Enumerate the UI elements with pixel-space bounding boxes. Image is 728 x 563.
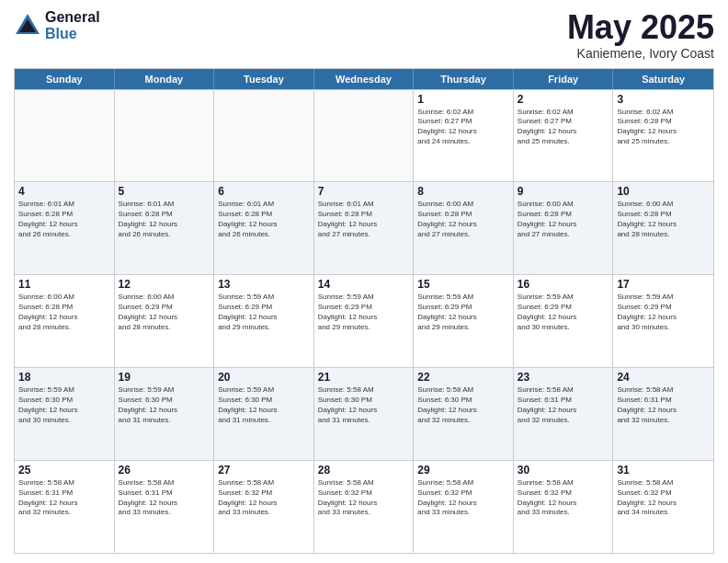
cal-cell-empty xyxy=(214,90,314,182)
cal-cell-1: 1Sunrise: 6:02 AMSunset: 6:27 PMDaylight… xyxy=(414,90,514,182)
cal-cell-4: 4Sunrise: 6:01 AMSunset: 6:28 PMDaylight… xyxy=(15,182,115,274)
cell-info: Sunrise: 6:01 AMSunset: 6:28 PMDaylight:… xyxy=(18,200,110,239)
day-number: 7 xyxy=(318,185,410,198)
day-number: 6 xyxy=(218,185,310,198)
month-title: May 2025 xyxy=(567,9,714,46)
day-number: 14 xyxy=(318,278,410,291)
cal-cell-8: 8Sunrise: 6:00 AMSunset: 6:28 PMDaylight… xyxy=(414,182,514,274)
page: General Blue May 2025 Kaniemene, Ivory C… xyxy=(0,0,728,563)
cal-cell-21: 21Sunrise: 5:58 AMSunset: 6:30 PMDayligh… xyxy=(314,368,415,460)
day-header-tuesday: Tuesday xyxy=(214,69,314,89)
cal-cell-empty xyxy=(314,90,415,182)
cal-cell-17: 17Sunrise: 5:59 AMSunset: 6:29 PMDayligh… xyxy=(613,275,713,367)
cell-info: Sunrise: 5:59 AMSunset: 6:30 PMDaylight:… xyxy=(18,385,110,425)
cal-cell-24: 24Sunrise: 5:58 AMSunset: 6:31 PMDayligh… xyxy=(613,368,713,460)
day-number: 12 xyxy=(119,278,210,291)
cal-cell-14: 14Sunrise: 5:59 AMSunset: 6:29 PMDayligh… xyxy=(314,275,415,367)
day-number: 13 xyxy=(218,278,310,291)
day-number: 5 xyxy=(119,185,210,198)
cal-cell-27: 27Sunrise: 5:58 AMSunset: 6:32 PMDayligh… xyxy=(214,461,314,553)
logo-icon xyxy=(14,12,41,40)
cell-info: Sunrise: 6:02 AMSunset: 6:27 PMDaylight:… xyxy=(518,108,609,147)
cell-info: Sunrise: 6:02 AMSunset: 6:27 PMDaylight:… xyxy=(417,108,509,147)
cell-info: Sunrise: 5:59 AMSunset: 6:30 PMDaylight:… xyxy=(218,385,310,425)
cell-info: Sunrise: 5:59 AMSunset: 6:29 PMDaylight:… xyxy=(417,293,509,332)
cell-info: Sunrise: 5:58 AMSunset: 6:32 PMDaylight:… xyxy=(518,478,609,518)
cell-info: Sunrise: 5:58 AMSunset: 6:32 PMDaylight:… xyxy=(417,478,509,518)
day-number: 19 xyxy=(119,371,210,384)
cal-cell-19: 19Sunrise: 5:59 AMSunset: 6:30 PMDayligh… xyxy=(115,368,215,460)
day-number: 1 xyxy=(417,93,509,106)
cal-cell-31: 31Sunrise: 5:58 AMSunset: 6:32 PMDayligh… xyxy=(613,461,713,553)
cell-info: Sunrise: 5:58 AMSunset: 6:31 PMDaylight:… xyxy=(18,478,110,518)
day-number: 29 xyxy=(417,464,509,477)
cell-info: Sunrise: 5:58 AMSunset: 6:32 PMDaylight:… xyxy=(318,478,410,518)
cell-info: Sunrise: 5:58 AMSunset: 6:31 PMDaylight:… xyxy=(518,385,609,425)
day-number: 20 xyxy=(218,371,310,384)
day-number: 31 xyxy=(617,464,710,477)
week-row-4: 18Sunrise: 5:59 AMSunset: 6:30 PMDayligh… xyxy=(15,367,713,460)
day-number: 28 xyxy=(318,464,410,477)
cal-cell-2: 2Sunrise: 6:02 AMSunset: 6:27 PMDaylight… xyxy=(514,90,614,182)
cal-cell-7: 7Sunrise: 6:01 AMSunset: 6:28 PMDaylight… xyxy=(314,182,415,274)
day-number: 2 xyxy=(518,93,609,106)
week-row-5: 25Sunrise: 5:58 AMSunset: 6:31 PMDayligh… xyxy=(15,460,713,553)
cal-cell-18: 18Sunrise: 5:59 AMSunset: 6:30 PMDayligh… xyxy=(15,368,115,460)
calendar-header: SundayMondayTuesdayWednesdayThursdayFrid… xyxy=(15,69,713,89)
cell-info: Sunrise: 6:02 AMSunset: 6:28 PMDaylight:… xyxy=(617,108,710,147)
cal-cell-5: 5Sunrise: 6:01 AMSunset: 6:28 PMDaylight… xyxy=(115,182,215,274)
cell-info: Sunrise: 5:58 AMSunset: 6:32 PMDaylight:… xyxy=(218,478,310,518)
cell-info: Sunrise: 6:00 AMSunset: 6:28 PMDaylight:… xyxy=(518,200,609,239)
logo-blue: Blue xyxy=(45,26,100,42)
cal-cell-10: 10Sunrise: 6:00 AMSunset: 6:28 PMDayligh… xyxy=(613,182,713,274)
day-number: 27 xyxy=(218,464,310,477)
cal-cell-25: 25Sunrise: 5:58 AMSunset: 6:31 PMDayligh… xyxy=(15,461,115,553)
cell-info: Sunrise: 5:59 AMSunset: 6:29 PMDaylight:… xyxy=(518,293,609,332)
cal-cell-23: 23Sunrise: 5:58 AMSunset: 6:31 PMDayligh… xyxy=(514,368,614,460)
cell-info: Sunrise: 5:58 AMSunset: 6:31 PMDaylight:… xyxy=(119,478,210,518)
logo-general: General xyxy=(45,9,100,26)
cal-cell-13: 13Sunrise: 5:59 AMSunset: 6:29 PMDayligh… xyxy=(214,275,314,367)
cell-info: Sunrise: 5:58 AMSunset: 6:30 PMDaylight:… xyxy=(417,385,509,425)
day-number: 8 xyxy=(417,185,509,198)
cal-cell-26: 26Sunrise: 5:58 AMSunset: 6:31 PMDayligh… xyxy=(115,461,215,553)
day-header-saturday: Saturday xyxy=(613,69,713,89)
week-row-3: 11Sunrise: 6:00 AMSunset: 6:28 PMDayligh… xyxy=(15,274,713,367)
day-number: 3 xyxy=(617,93,710,106)
day-number: 30 xyxy=(518,464,609,477)
day-number: 23 xyxy=(518,371,609,384)
cell-info: Sunrise: 6:01 AMSunset: 6:28 PMDaylight:… xyxy=(318,200,410,239)
cal-cell-22: 22Sunrise: 5:58 AMSunset: 6:30 PMDayligh… xyxy=(414,368,514,460)
day-header-monday: Monday xyxy=(115,69,215,89)
cal-cell-9: 9Sunrise: 6:00 AMSunset: 6:28 PMDaylight… xyxy=(514,182,614,274)
cell-info: Sunrise: 5:58 AMSunset: 6:30 PMDaylight:… xyxy=(318,385,410,425)
cal-cell-11: 11Sunrise: 6:00 AMSunset: 6:28 PMDayligh… xyxy=(15,275,115,367)
day-number: 4 xyxy=(18,185,110,198)
cell-info: Sunrise: 6:00 AMSunset: 6:29 PMDaylight:… xyxy=(119,293,210,332)
day-number: 21 xyxy=(318,371,410,384)
cell-info: Sunrise: 5:59 AMSunset: 6:29 PMDaylight:… xyxy=(617,293,710,332)
day-number: 16 xyxy=(518,278,609,291)
cal-cell-12: 12Sunrise: 6:00 AMSunset: 6:29 PMDayligh… xyxy=(115,275,215,367)
cal-cell-30: 30Sunrise: 5:58 AMSunset: 6:32 PMDayligh… xyxy=(514,461,614,553)
calendar: SundayMondayTuesdayWednesdayThursdayFrid… xyxy=(14,68,714,554)
cal-cell-15: 15Sunrise: 5:59 AMSunset: 6:29 PMDayligh… xyxy=(414,275,514,367)
cell-info: Sunrise: 5:59 AMSunset: 6:29 PMDaylight:… xyxy=(318,293,410,332)
day-number: 25 xyxy=(18,464,110,477)
cell-info: Sunrise: 5:59 AMSunset: 6:30 PMDaylight:… xyxy=(119,385,210,425)
day-header-thursday: Thursday xyxy=(414,69,514,89)
cal-cell-29: 29Sunrise: 5:58 AMSunset: 6:32 PMDayligh… xyxy=(414,461,514,553)
day-number: 10 xyxy=(617,185,710,198)
week-row-2: 4Sunrise: 6:01 AMSunset: 6:28 PMDaylight… xyxy=(15,181,713,274)
cell-info: Sunrise: 6:01 AMSunset: 6:28 PMDaylight:… xyxy=(119,200,210,239)
logo-text: General Blue xyxy=(45,9,100,41)
title-block: May 2025 Kaniemene, Ivory Coast xyxy=(567,9,714,61)
day-header-sunday: Sunday xyxy=(15,69,115,89)
day-header-wednesday: Wednesday xyxy=(314,69,415,89)
cal-cell-3: 3Sunrise: 6:02 AMSunset: 6:28 PMDaylight… xyxy=(613,90,713,182)
day-header-friday: Friday xyxy=(514,69,614,89)
cell-info: Sunrise: 6:00 AMSunset: 6:28 PMDaylight:… xyxy=(18,293,110,332)
cal-cell-6: 6Sunrise: 6:01 AMSunset: 6:28 PMDaylight… xyxy=(214,182,314,274)
cal-cell-20: 20Sunrise: 5:59 AMSunset: 6:30 PMDayligh… xyxy=(214,368,314,460)
day-number: 22 xyxy=(417,371,509,384)
